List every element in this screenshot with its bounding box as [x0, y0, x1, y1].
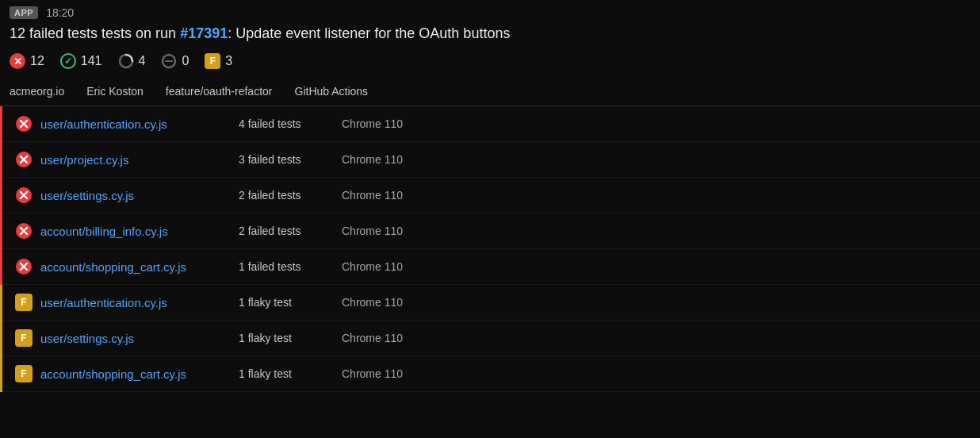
run-link[interactable]: #17391 — [180, 25, 228, 41]
flaky-tests-section: F user/authentication.cy.js 1 flaky test… — [0, 285, 980, 392]
running-count: 4 — [139, 54, 146, 68]
test-browser: Chrome 110 — [342, 367, 403, 380]
table-row[interactable]: account/billing_info.cy.js 2 failed test… — [2, 213, 980, 249]
test-count: 1 flaky test — [239, 296, 334, 309]
table-row[interactable]: account/shopping_cart.cy.js 1 failed tes… — [2, 249, 980, 285]
table-row[interactable]: user/project.cy.js 3 failed tests Chrome… — [2, 142, 980, 178]
test-filename[interactable]: account/billing_info.cy.js — [40, 225, 231, 238]
flaky-count: 3 — [225, 54, 232, 68]
failed-count: 12 — [30, 54, 44, 68]
flaky-icon: F — [15, 329, 33, 347]
test-browser: Chrome 110 — [342, 260, 403, 273]
meta-ci[interactable]: GitHub Actions — [285, 80, 381, 106]
test-browser: Chrome 110 — [342, 225, 403, 237]
failed-tests-section: user/authentication.cy.js 4 failed tests… — [0, 106, 980, 285]
failed-icon — [15, 222, 33, 240]
check-icon: ✓ — [60, 53, 76, 69]
header-bar: APP 18:20 — [0, 0, 980, 22]
test-browser: Chrome 110 — [342, 332, 403, 344]
skipped-count: 0 — [182, 54, 189, 68]
flaky-icon: F — [15, 365, 33, 382]
test-filename[interactable]: user/authentication.cy.js — [40, 117, 231, 131]
test-filename[interactable]: user/project.cy.js — [40, 153, 231, 167]
page-title: 12 failed tests tests on run #17391: Upd… — [0, 22, 980, 48]
failed-icon — [15, 186, 33, 204]
test-filename[interactable]: account/shopping_cart.cy.js — [40, 367, 231, 381]
failed-stat: ✕ 12 — [10, 53, 44, 69]
failed-icon — [15, 151, 33, 168]
test-browser: Chrome 110 — [342, 153, 403, 166]
test-filename[interactable]: user/settings.cy.js — [40, 332, 231, 345]
meta-row: acmeorg.io Eric Koston feature/oauth-ref… — [0, 77, 980, 106]
spinner-icon — [118, 53, 134, 69]
running-stat: 4 — [118, 53, 146, 69]
table-row[interactable]: F account/shopping_cart.cy.js 1 flaky te… — [2, 356, 980, 392]
test-filename[interactable]: user/authentication.cy.js — [40, 296, 231, 309]
test-filename[interactable]: account/shopping_cart.cy.js — [40, 260, 231, 274]
table-row[interactable]: user/authentication.cy.js 4 failed tests… — [2, 106, 980, 142]
test-count: 4 failed tests — [239, 117, 334, 130]
test-count: 1 failed tests — [239, 260, 334, 273]
table-row[interactable]: F user/authentication.cy.js 1 flaky test… — [2, 285, 980, 321]
timestamp: 18:20 — [46, 6, 74, 19]
flaky-badge-icon: F — [205, 53, 220, 69]
meta-branch[interactable]: feature/oauth-refactor — [156, 80, 285, 106]
skipped-stat: 0 — [161, 53, 189, 69]
test-browser: Chrome 110 — [342, 117, 403, 130]
passed-count: 141 — [81, 54, 102, 68]
test-browser: Chrome 110 — [342, 296, 403, 309]
app-badge: APP — [10, 6, 38, 19]
meta-org[interactable]: acmeorg.io — [0, 80, 77, 106]
skip-icon — [161, 53, 177, 69]
flaky-icon: F — [15, 294, 33, 311]
table-row[interactable]: F user/settings.cy.js 1 flaky test Chrom… — [2, 321, 980, 356]
test-count: 3 failed tests — [239, 153, 334, 166]
failed-icon — [15, 258, 33, 275]
stats-row: ✕ 12 ✓ 141 4 0 F 3 — [0, 48, 980, 77]
x-icon: ✕ — [10, 53, 25, 69]
title-suffix: : Update event listener for the OAuth bu… — [228, 25, 510, 41]
test-count: 1 flaky test — [239, 367, 334, 380]
meta-author[interactable]: Eric Koston — [77, 80, 156, 106]
test-count: 1 flaky test — [239, 332, 334, 344]
passed-stat: ✓ 141 — [60, 53, 102, 69]
failed-icon — [15, 115, 33, 133]
test-filename[interactable]: user/settings.cy.js — [40, 189, 231, 202]
title-prefix: 12 failed tests tests on run — [10, 25, 180, 41]
table-row[interactable]: user/settings.cy.js 2 failed tests Chrom… — [2, 178, 980, 213]
test-count: 2 failed tests — [239, 189, 334, 202]
test-count: 2 failed tests — [239, 225, 334, 237]
test-browser: Chrome 110 — [342, 189, 403, 202]
flaky-stat: F 3 — [205, 53, 232, 69]
